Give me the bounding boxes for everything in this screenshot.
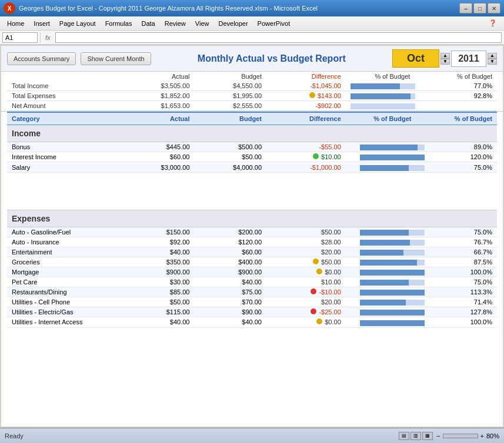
summary-budget: $1,995.00 — [195, 91, 267, 101]
summary-pct — [439, 101, 497, 111]
month-up-button[interactable]: ▲ — [440, 53, 450, 59]
zoom-in-icon[interactable]: + — [480, 432, 484, 439]
formula-divider — [40, 32, 41, 43]
row-budget: $60.00 — [195, 247, 267, 257]
normal-view-button[interactable]: ▤ — [399, 432, 409, 440]
menu-developer[interactable]: Developer — [213, 19, 252, 28]
row-bar — [346, 142, 439, 152]
close-button[interactable]: ✕ — [488, 3, 500, 14]
status-dot — [316, 318, 322, 324]
row-pct: 120.0% — [439, 152, 497, 162]
menu-view[interactable]: View — [191, 19, 214, 28]
summary-bar — [346, 91, 439, 101]
year-down-button[interactable]: ▼ — [488, 59, 497, 65]
view-buttons: ▤ ▥ ▦ — [399, 432, 433, 440]
row-category: Entertainment — [7, 247, 122, 257]
row-diff: $0.00 — [266, 267, 346, 277]
main-content: Accounts Summary Show Curent Month Month… — [1, 46, 503, 427]
row-diff: $20.00 — [266, 297, 346, 307]
table-row: Pet Care $30.00 $40.00 $10.00 75.0% — [7, 277, 497, 287]
summary-actual: $1,852.00 — [122, 91, 195, 101]
year-up-button[interactable]: ▲ — [488, 53, 497, 59]
accounts-summary-button[interactable]: Accounts Summary — [7, 52, 76, 65]
menu-insert[interactable]: Insert — [29, 19, 55, 28]
summary-diff: $143.00 — [266, 91, 346, 101]
status-right: ▤ ▥ ▦ − + 80% — [399, 432, 499, 440]
row-budget: $4,000.00 — [195, 162, 267, 172]
row-budget: $500.00 — [195, 142, 267, 152]
month-display: Oct — [392, 49, 439, 68]
table-row: Auto - Insurance $92.00 $120.00 $28.00 7… — [7, 237, 497, 247]
detail-table: Category Actual Budget Difference % of B… — [7, 112, 497, 327]
row-pct: 113.3% — [439, 287, 497, 297]
row-pct: 75.0% — [439, 227, 497, 237]
row-bar — [346, 297, 439, 307]
detail-header-category: Category — [7, 112, 122, 125]
row-budget: $90.00 — [195, 307, 267, 317]
row-category: Auto - Gasoline/Fuel — [7, 227, 122, 237]
table-row: Mortgage $900.00 $900.00 $0.00 100.0% — [7, 267, 497, 277]
row-pct: 66.7% — [439, 247, 497, 257]
menu-data[interactable]: Data — [136, 19, 159, 28]
show-current-month-button[interactable]: Show Curent Month — [81, 52, 151, 65]
row-actual: $445.00 — [122, 142, 195, 152]
row-diff: -$55.00 — [266, 142, 346, 152]
spacer-row — [7, 182, 497, 191]
table-row: Auto - Gasoline/Fuel $150.00 $200.00 $50… — [7, 227, 497, 237]
income-label: Income — [7, 125, 497, 142]
row-actual: $900.00 — [122, 267, 195, 277]
cell-reference[interactable]: A1 — [2, 32, 38, 43]
menu-review[interactable]: Review — [160, 19, 191, 28]
status-dot — [311, 308, 316, 314]
row-pct: 100.0% — [439, 317, 497, 327]
row-actual: $85.00 — [122, 287, 195, 297]
summary-diff: -$902.00 — [266, 101, 346, 111]
detail-header-pct2: % of Budget — [439, 112, 497, 125]
status-dot — [316, 269, 322, 274]
formula-input[interactable] — [55, 32, 502, 43]
zoom-out-icon[interactable]: − — [436, 432, 440, 439]
table-row: Entertainment $40.00 $60.00 $20.00 66.7% — [7, 247, 497, 257]
page-layout-view-button[interactable]: ▥ — [410, 432, 421, 440]
detail-header-actual: Actual — [122, 112, 195, 125]
spacer-row — [7, 172, 497, 182]
summary-section: Actual Budget Difference % of Budget % o… — [1, 72, 503, 112]
row-budget: $40.00 — [195, 317, 267, 327]
row-bar — [346, 277, 439, 287]
row-budget: $40.00 — [195, 277, 267, 287]
row-pct: 76.7% — [439, 237, 497, 247]
formula-bar: A1 fx — [0, 31, 504, 45]
menu-home[interactable]: Home — [2, 19, 29, 28]
summary-row: Total Expenses $1,852.00 $1,995.00 $143.… — [7, 91, 497, 101]
minimize-button[interactable]: ‒ — [459, 3, 472, 14]
row-pct: 100.0% — [439, 267, 497, 277]
row-bar — [346, 267, 439, 277]
summary-budget: $2,555.00 — [195, 101, 267, 111]
restore-button[interactable]: □ — [473, 3, 486, 14]
menu-page-layout[interactable]: Page Layout — [55, 19, 101, 28]
menu-powerpivot[interactable]: PowerPivot — [253, 19, 295, 28]
row-category: Salary — [7, 162, 122, 172]
row-actual: $92.00 — [122, 237, 195, 247]
month-down-button[interactable]: ▼ — [440, 59, 450, 65]
menu-help[interactable]: ❓ — [484, 18, 502, 28]
row-pct: 89.0% — [439, 142, 497, 152]
row-diff: -$1,000.00 — [266, 162, 346, 172]
page-break-view-button[interactable]: ▦ — [422, 432, 433, 440]
row-bar — [346, 287, 439, 297]
summary-bar — [346, 81, 439, 91]
row-category: Pet Care — [7, 277, 122, 287]
row-pct: 75.0% — [439, 162, 497, 172]
zoom-slider[interactable] — [443, 434, 478, 438]
app-icon: X — [4, 2, 15, 14]
window-title: Georges Budget for Excel - Copyright 201… — [19, 5, 459, 12]
table-row: Salary $3,000.00 $4,000.00 -$1,000.00 75… — [7, 162, 497, 172]
row-actual: $60.00 — [122, 152, 195, 162]
row-category: Interest Income — [7, 152, 122, 162]
table-row: Restaurants/Dining $85.00 $75.00 -$10.00… — [7, 287, 497, 297]
status-bar: Ready ▤ ▥ ▦ − + 80% — [0, 428, 504, 443]
summary-diff: -$1,045.00 — [266, 81, 346, 91]
menu-formulas[interactable]: Formulas — [101, 19, 137, 28]
summary-row: Total Income $3,505.00 $4,550.00 -$1,045… — [7, 81, 497, 91]
table-row: Bonus $445.00 $500.00 -$55.00 89.0% — [7, 142, 497, 152]
